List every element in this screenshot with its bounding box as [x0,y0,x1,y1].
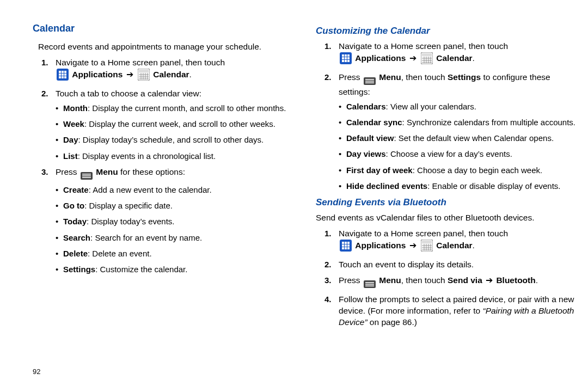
right-column: Customizing the Calendar Navigate to a H… [316,22,577,376]
calendar-label: Calendar [153,70,189,79]
step-2: Press Menu, then touch Settings to confi… [339,72,577,192]
step-text: Press [56,167,79,176]
bluetooth-intro: Send events as vCalendar files to other … [316,212,577,224]
arrow-icon: ➔ [485,275,494,285]
heading-calendar: Calendar [33,22,294,35]
options-list: Create: Add a new event to the calendar.… [56,183,294,276]
list-item: Week: Display the current week, and scro… [63,118,294,130]
list-item: Settings: Customize the calendar. [63,263,294,275]
view-list: Month: Display the current month, and sc… [56,102,294,162]
list-item: List: Display events in a chronological … [63,150,294,162]
step-2: Touch a tab to choose a calendar view: M… [56,88,294,162]
menu-icon [364,75,376,87]
menu-label: Menu [379,275,401,285]
calendar-label: Calendar [436,53,472,63]
calendar-intro: Record events and appointments to manage… [38,41,294,53]
left-column: Calendar Record events and appointments … [33,22,294,376]
list-item: Today: Display today’s events. [63,215,294,228]
bluetooth-steps: Navigate to a Home screen panel, then to… [316,228,577,328]
step-1: Navigate to a Home screen panel, then to… [56,57,294,84]
step-1: Navigate to a Home screen panel, then to… [339,41,577,68]
list-item: Day views: Choose a view for a day’s eve… [346,148,577,160]
settings-label: Settings [448,72,481,82]
step-text: Navigate to a Home screen panel, then to… [339,41,508,51]
list-item: Search: Search for an event by name. [63,231,294,244]
apps-label: Applications [355,241,406,250]
menu-icon [364,278,376,290]
arrow-icon: ➔ [125,70,134,79]
menu-label: Menu [379,72,401,82]
apps-icon [340,240,352,255]
sendvia-label: Send via [448,275,482,285]
arrow-icon: ➔ [408,241,418,250]
step-text: Touch an event to display its details. [339,260,474,269]
list-item: Hide declined events: Enable or disable … [346,180,577,192]
step-text: for these options: [120,167,185,176]
list-item: Go to: Display a specific date. [63,199,294,212]
calendar-icon [421,52,433,68]
list-item: Create: Add a new event to the calendar. [63,183,294,196]
apps-label: Applications [355,53,406,63]
menu-icon [81,170,93,181]
step-text: Press [339,72,363,82]
bluetooth-label: Bluetooth [496,275,535,285]
step-1: Navigate to a Home screen panel, then to… [339,228,577,255]
customizing-steps: Navigate to a Home screen panel, then to… [316,41,577,192]
step-text: Touch a tab to choose a calendar view: [56,89,201,98]
calendar-icon [138,69,150,84]
list-item: Calendar sync: Synchronize calendars fro… [346,116,577,128]
settings-list: Calendars: View all your calendars. Cale… [339,100,577,193]
step-4: Follow the prompts to select a paired de… [339,294,577,328]
apps-label: Applications [72,70,122,79]
list-item: First day of week: Choose a day to begin… [346,164,577,176]
list-item: Delete: Delete an event. [63,247,294,260]
calendar-steps: Navigate to a Home screen panel, then to… [33,57,294,275]
step-3: Press Menu for these options: Create: Ad… [56,167,294,275]
menu-label: Menu [96,167,118,176]
apps-icon [340,52,352,68]
heading-bluetooth: Sending Events via Bluetooth [316,197,577,209]
list-item: Default view: Set the default view when … [346,132,577,144]
page-number: 92 [33,367,40,377]
list-item: Day: Display today’s schedule, and scrol… [63,133,294,146]
step-text: Navigate to a Home screen panel, then to… [56,58,225,67]
heading-customizing: Customizing the Calendar [316,25,577,38]
step-text: Navigate to a Home screen panel, then to… [339,229,508,238]
list-item: Calendars: View all your calendars. [346,100,577,113]
list-item: Month: Display the current month, and sc… [63,102,294,114]
manual-page: Calendar Record events and appointments … [0,0,588,392]
step-text: on page 86.) [367,317,417,327]
arrow-icon: ➔ [408,53,418,63]
step-2: Touch an event to display its details. [339,259,577,271]
calendar-icon [421,240,433,255]
calendar-label: Calendar [436,241,472,250]
step-text: Press [339,275,363,285]
apps-icon [57,69,69,84]
step-3: Press Menu, then touch Send via ➔ Blueto… [339,275,577,290]
